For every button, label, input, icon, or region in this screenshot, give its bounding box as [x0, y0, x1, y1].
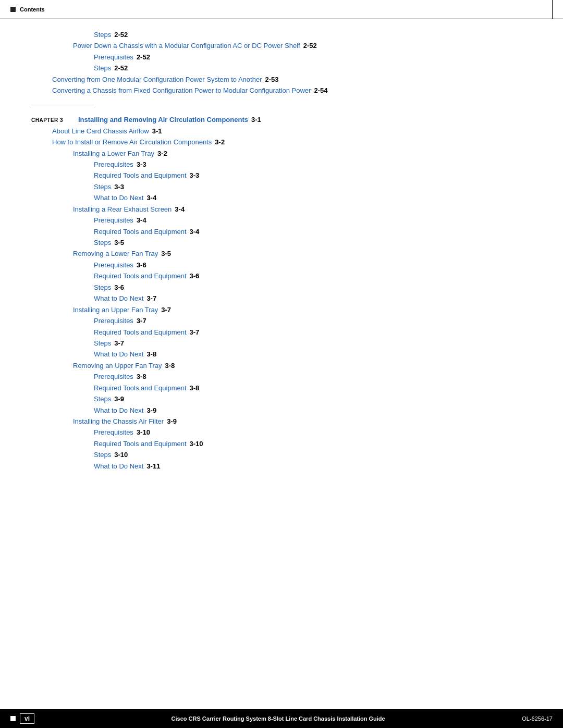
toc-link-steps-37b[interactable]: Steps: [94, 338, 111, 349]
toc-page: 3-4: [146, 192, 156, 203]
toc-row: Required Tools and Equipment 3-4: [31, 226, 532, 237]
toc-link-prereq-38b[interactable]: Prerequisites: [94, 371, 133, 382]
toc-row: Required Tools and Equipment 3-7: [31, 327, 532, 338]
toc-link-remove-upper-fan[interactable]: Removing an Upper Fan Tray: [73, 360, 162, 371]
toc-page: 3-7: [114, 338, 124, 349]
chapter3-header: CHAPTER 3 Installing and Removing Air Ci…: [31, 116, 532, 124]
toc-link-tools-310[interactable]: Required Tools and Equipment: [94, 438, 187, 449]
toc-link-remove-lower-fan[interactable]: Removing a Lower Fan Tray: [73, 248, 158, 259]
top-bar: Contents: [0, 0, 563, 19]
toc-link-whatnext-39a[interactable]: What to Do Next: [94, 405, 143, 416]
contents-icon: [10, 7, 16, 12]
toc-row: What to Do Next 3-7: [31, 293, 532, 304]
toc-page: 2-52: [114, 63, 128, 73]
toc-page: 3-1: [152, 126, 162, 137]
toc-row: Required Tools and Equipment 3-8: [31, 382, 532, 393]
toc-link-prereq-33a[interactable]: Prerequisites: [94, 159, 133, 170]
toc-link-tools-36a[interactable]: Required Tools and Equipment: [94, 270, 187, 281]
toc-row: Required Tools and Equipment 3-10: [31, 438, 532, 449]
toc-page: 3-7: [161, 304, 171, 315]
toc-link-steps-252a[interactable]: Steps: [94, 29, 111, 40]
toc-page: 3-7: [146, 293, 156, 304]
toc-link-powerdown[interactable]: Power Down a Chassis with a Modular Conf…: [73, 40, 300, 51]
toc-link-prereq-310[interactable]: Prerequisites: [94, 427, 133, 438]
toc-link-tools-37b[interactable]: Required Tools and Equipment: [94, 327, 187, 338]
toc-link-install-upper-fan[interactable]: Installing an Upper Fan Tray: [73, 304, 158, 315]
toc-link-install-air-filter[interactable]: Installing the Chassis Air Filter: [73, 416, 164, 427]
toc-row: Converting from One Modular Configuratio…: [31, 74, 532, 85]
top-right-line: [552, 0, 553, 19]
toc-link-tools-34b[interactable]: Required Tools and Equipment: [94, 226, 187, 237]
toc-row: Steps 3-3: [31, 181, 532, 192]
toc-link-tools-38b[interactable]: Required Tools and Equipment: [94, 382, 187, 393]
toc-page: 2-54: [314, 85, 327, 96]
toc-link-steps-35[interactable]: Steps: [94, 237, 111, 248]
toc-link-prereq-34b[interactable]: Prerequisites: [94, 215, 133, 226]
toc-row: Steps 2-52: [31, 63, 532, 73]
toc-page: 2-52: [303, 40, 317, 51]
toc-page: 3-3: [137, 159, 146, 170]
toc-row: Prerequisites 3-10: [31, 427, 532, 438]
toc-link-prereq-37b[interactable]: Prerequisites: [94, 315, 133, 326]
top-bar-label: Contents: [20, 6, 45, 13]
toc-link-tools-33a[interactable]: Required Tools and Equipment: [94, 170, 187, 181]
toc-link-whatnext-38a[interactable]: What to Do Next: [94, 349, 143, 360]
toc-link-prereq-36a[interactable]: Prerequisites: [94, 260, 133, 270]
toc-link-whatnext-311[interactable]: What to Do Next: [94, 461, 143, 472]
toc-link-steps-252b[interactable]: Steps: [94, 63, 111, 73]
toc-page: 3-4: [190, 226, 200, 237]
toc-page: 3-4: [137, 215, 146, 226]
toc-row: Required Tools and Equipment 3-6: [31, 270, 532, 281]
toc-link-steps-36a[interactable]: Steps: [94, 282, 111, 293]
toc-page: 2-53: [265, 74, 278, 85]
toc-page: 3-3: [114, 181, 124, 192]
toc-page: 2-52: [114, 29, 128, 40]
toc-link-steps-39a[interactable]: Steps: [94, 393, 111, 404]
toc-link-whatnext-34a[interactable]: What to Do Next: [94, 192, 143, 203]
toc-page: 3-10: [114, 449, 128, 460]
toc-link-steps-33a[interactable]: Steps: [94, 181, 111, 192]
chapter3-entries: About Line Card Chassis Airflow 3-1 How …: [31, 126, 532, 472]
toc-page: 3-7: [137, 315, 146, 326]
toc-row: Steps 3-7: [31, 338, 532, 349]
toc-row: Required Tools and Equipment 3-3: [31, 170, 532, 181]
toc-page: 3-8: [190, 382, 200, 393]
toc-link-steps-310[interactable]: Steps: [94, 449, 111, 460]
toc-link-converting-fixed[interactable]: Converting a Chassis from Fixed Configur…: [52, 85, 311, 96]
toc-row: Steps 3-9: [31, 393, 532, 404]
toc-link-howto-air[interactable]: How to Install or Remove Air Circulation…: [52, 137, 212, 147]
toc-link-install-lower-fan[interactable]: Installing a Lower Fan Tray: [73, 148, 154, 159]
toc-link-install-rear-exhaust[interactable]: Installing a Rear Exhaust Screen: [73, 204, 172, 215]
toc-page: 3-10: [190, 438, 203, 449]
toc-link-whatnext-37a[interactable]: What to Do Next: [94, 293, 143, 304]
chapter3-label: CHAPTER 3: [31, 117, 73, 123]
toc-page: 3-9: [167, 416, 177, 427]
toc-page: 3-10: [137, 427, 150, 438]
pre-chapter-entries: Steps 2-52 Power Down a Chassis with a M…: [31, 29, 532, 96]
toc-row: Prerequisites 2-52: [31, 52, 532, 63]
bottom-bar: vi Cisco CRS Carrier Routing System 8-Sl…: [0, 709, 563, 728]
toc-row: Removing an Upper Fan Tray 3-8: [31, 360, 532, 371]
chapter-divider: [31, 105, 94, 105]
toc-link-prereq-252b[interactable]: Prerequisites: [94, 52, 133, 63]
toc-row: Prerequisites 3-6: [31, 260, 532, 270]
toc-row: Converting a Chassis from Fixed Configur…: [31, 85, 532, 96]
toc-page: 3-11: [146, 461, 160, 472]
toc-row: How to Install or Remove Air Circulation…: [31, 137, 532, 147]
toc-row: What to Do Next 3-4: [31, 192, 532, 203]
toc-row: Installing the Chassis Air Filter 3-9: [31, 416, 532, 427]
toc-page: 3-6: [137, 260, 146, 270]
toc-row: Power Down a Chassis with a Modular Conf…: [31, 40, 532, 51]
chapter3-title[interactable]: Installing and Removing Air Circulation …: [78, 116, 248, 124]
toc-row: Steps 2-52: [31, 29, 532, 40]
page-container: Contents Steps 2-52 Power Down a Chassis…: [0, 0, 563, 728]
toc-link-airflow[interactable]: About Line Card Chassis Airflow: [52, 126, 149, 137]
toc-page: 3-2: [157, 148, 167, 159]
toc-page: 3-8: [137, 371, 146, 382]
page-number: vi: [20, 713, 34, 724]
toc-page: 3-7: [190, 327, 200, 338]
bottom-bar-title: Cisco CRS Carrier Routing System 8-Slot …: [45, 715, 511, 722]
toc-row: Steps 3-5: [31, 237, 532, 248]
toc-page: 3-4: [175, 204, 185, 215]
toc-link-converting-modular[interactable]: Converting from One Modular Configuratio…: [52, 74, 262, 85]
